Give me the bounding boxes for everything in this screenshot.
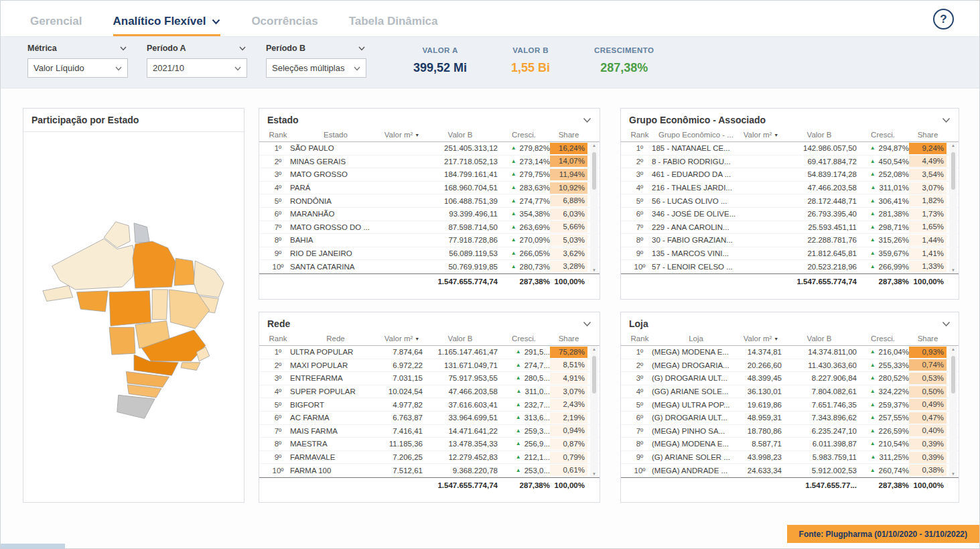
table-row[interactable]: 7º(MEGA) PINHO SA...18.780,866.235.247,1… (621, 425, 959, 438)
scroll-up-icon[interactable]: ▲ (592, 347, 596, 351)
column-header[interactable]: Valor B (423, 131, 498, 139)
table-row[interactable]: 8º30 - FABIO GRAZIAN...22.288.781,76▲315… (621, 234, 959, 247)
table-row[interactable]: 9ºFARMAVALE7.206,2512.279.452,83▲212,1..… (259, 451, 600, 465)
chevron-down-icon[interactable] (358, 44, 365, 53)
table-row[interactable]: 6º346 - JOSÉ DE OLIVE...26.793.395,40▲28… (621, 208, 959, 221)
scroll-down-icon[interactable]: ▼ (951, 268, 955, 272)
column-header[interactable]: Share (909, 334, 947, 343)
table-row[interactable]: 6ºAC FARMA6.763,8733.964.699,51▲313,6...… (259, 412, 600, 425)
scroll-up-icon[interactable]: ▲ (951, 143, 955, 147)
valor-m2-cell: 4.977,82 (381, 401, 423, 409)
scroll-down-icon[interactable]: ▼ (592, 472, 596, 476)
brazil-choropleth-map[interactable] (36, 218, 232, 426)
column-header[interactable]: Cresci. (498, 334, 550, 343)
scroll-up-icon[interactable]: ▲ (592, 143, 596, 147)
chevron-down-icon[interactable] (583, 117, 591, 123)
column-header[interactable]: Share (550, 334, 587, 343)
table-row[interactable]: 8ºMAESTRA11.185,3613.478.354,33▲256,9...… (259, 438, 600, 451)
tab-gerencial[interactable]: Gerencial (30, 15, 82, 36)
column-header[interactable]: Grupo Econômico - ... (652, 131, 740, 139)
table-row[interactable]: 5º56 - LUCAS OLIVO ...28.172.448,71▲306,… (621, 194, 959, 208)
column-header[interactable]: Valor B (782, 334, 857, 343)
table-row[interactable]: 10º(MEGA) ANDRADE ...24.633,345.912.002,… (621, 464, 959, 477)
vertical-scrollbar[interactable]: ▲ ▼ (949, 346, 957, 477)
table-row[interactable]: 2º8 - FABIO RODRIGU...69.417.884,72▲450,… (621, 156, 959, 169)
table-row[interactable]: 6ºMARANHÃO93.399.496,11▲354,38%6,03% (259, 208, 600, 221)
table-row[interactable]: 1º185 - NATANAEL CE...142.986.057,50▲294… (621, 142, 959, 156)
table-row[interactable]: 2ºMINAS GERAIS217.718.052,13▲273,14%14,0… (259, 156, 600, 169)
scrollbar-thumb[interactable] (951, 152, 955, 190)
table-row[interactable]: 5º(MEGA) ULTRA POP...19.619,867.651.746,… (621, 398, 959, 412)
table-row[interactable]: 8ºBAHIA77.918.728,86▲270,09%5,03% (259, 234, 600, 247)
table-row[interactable]: 2ºMAXI POPULAR6.972,22131.671.049,71▲274… (259, 359, 600, 373)
column-header[interactable]: Valor B (782, 131, 857, 139)
column-header[interactable]: Rede (290, 334, 381, 343)
table-row[interactable]: 3ºMATO GROSSO184.799.161,41▲279,75%11,94… (259, 168, 600, 182)
table-row[interactable]: 7º229 - ANA CAROLIN...25.593.451,11▲298,… (621, 221, 959, 235)
column-header[interactable]: Loja (652, 334, 740, 343)
column-header[interactable]: Valor m²▼ (740, 334, 782, 343)
periodo-b-dropdown[interactable]: Seleções múltiplas (266, 58, 366, 78)
table-row[interactable]: 4ºPARÁ168.960.704,51▲283,63%10,92% (259, 182, 600, 195)
table-row[interactable]: 8º(MEGA) MODENA E...8.587,716.011.398,87… (621, 438, 959, 451)
column-header[interactable]: Cresci. (857, 131, 909, 139)
vertical-scrollbar[interactable]: ▲ ▼ (590, 142, 598, 273)
table-row[interactable]: 9º135 - MARCOS VINI...21.812.645,81▲359,… (621, 247, 959, 261)
vertical-scrollbar[interactable]: ▲ ▼ (590, 346, 598, 477)
column-header[interactable]: Rank (628, 131, 652, 139)
scrollbar-thumb[interactable] (951, 356, 955, 393)
periodo-a-dropdown[interactable]: 2021/10 (147, 58, 247, 78)
table-row[interactable]: 10º57 - LENOIR CELSO ...20.523.218,96▲26… (621, 260, 959, 273)
table-row[interactable]: 3º461 - EDUARDO DA ...54.839.174,28▲252,… (621, 168, 959, 182)
chevron-down-icon[interactable] (942, 117, 951, 123)
chevron-down-icon[interactable] (583, 321, 591, 327)
table-row[interactable]: 4º(GG) ARIANE SOLE...36.130,017.804.082,… (621, 385, 959, 399)
table-row[interactable]: 1ºULTRA POPULAR7.874,641.165.147.461,47▲… (259, 346, 600, 359)
column-header[interactable]: Share (550, 131, 587, 139)
column-header[interactable]: Estado (290, 131, 381, 139)
name-cell: (MEGA) PINHO SA... (652, 427, 740, 435)
scrollbar-thumb[interactable] (592, 356, 596, 393)
table-row[interactable]: 7ºMAIS FARMA7.416,4114.471.641,22▲259,3.… (259, 425, 600, 438)
tab-tabela-dinamica[interactable]: Tabela Dinâmica (349, 15, 438, 36)
chevron-down-icon[interactable] (942, 321, 951, 327)
chevron-down-icon[interactable] (120, 44, 127, 53)
table-row[interactable]: 1º(MEGA) MODENA E...14.374,8114.374.811,… (621, 346, 959, 359)
column-header[interactable]: Cresci. (498, 131, 550, 139)
column-header[interactable]: Rank (266, 131, 290, 139)
column-header[interactable]: Share (909, 131, 947, 139)
horizontal-scrollbar[interactable] (1, 544, 979, 548)
table-row[interactable]: 9º(G) ARIANE SOLER ...43.998,235.983.759… (621, 451, 959, 465)
table-row[interactable]: 3º(G) DROGARIA ULT...48.399,458.227.906,… (621, 372, 959, 385)
column-header[interactable]: Valor m²▼ (381, 131, 423, 139)
column-header[interactable]: Valor B (423, 334, 498, 343)
help-button[interactable]: ? (933, 9, 954, 29)
column-header[interactable]: Valor m²▼ (381, 334, 423, 343)
chevron-down-icon[interactable] (239, 44, 246, 53)
vertical-scrollbar[interactable]: ▲ ▼ (949, 142, 957, 273)
scroll-down-icon[interactable]: ▼ (592, 268, 596, 272)
column-header[interactable]: Rank (628, 334, 652, 343)
table-row[interactable]: 10ºSANTA CATARINA50.769.919,85▲280,73%3,… (259, 260, 600, 273)
table-row[interactable]: 5ºRONDÔNIA106.488.751,39▲274,77%6,88% (259, 194, 600, 208)
tab-analitico-flexivel[interactable]: Analítico Flexível (113, 15, 221, 36)
scrollbar-thumb[interactable] (592, 152, 596, 190)
horizontal-scrollbar-thumb[interactable] (1, 544, 65, 548)
column-header[interactable]: Rank (266, 334, 290, 343)
table-row[interactable]: 6º(G) DROGARIA ULT...48.959,317.343.896,… (621, 412, 959, 425)
tab-ocorrencias[interactable]: Ocorrências (251, 15, 318, 36)
table-row[interactable]: 3ºENTREFARMA7.031,1575.917.953,55▲280,5.… (259, 372, 600, 385)
table-row[interactable]: 9ºRIO DE JANEIRO56.089.119,53▲266,05%3,6… (259, 247, 600, 261)
column-header[interactable]: Valor m²▼ (740, 131, 782, 139)
table-row[interactable]: 5ºBIGFORT4.977,8237.616.603,41▲232,7...2… (259, 398, 600, 412)
table-row[interactable]: 4ºSUPER POPULAR10.024,5447.466.203,58▲31… (259, 385, 600, 399)
table-row[interactable]: 4º216 - THALES JARDI...47.466.203,58▲311… (621, 182, 959, 195)
scroll-down-icon[interactable]: ▼ (951, 472, 955, 476)
scroll-up-icon[interactable]: ▲ (951, 347, 955, 351)
column-header[interactable]: Cresci. (857, 334, 909, 343)
table-row[interactable]: 1ºSÃO PAULO251.405.313,12▲279,82%16,24% (259, 142, 600, 156)
table-row[interactable]: 2º(MEGA) DROGARIA...20.266,6011.430.363,… (621, 359, 959, 373)
metrica-dropdown[interactable]: Valor Líquido (27, 58, 128, 78)
table-row[interactable]: 10ºFARMA 1007.512,619.368.220,78▲253,0..… (259, 464, 600, 477)
table-row[interactable]: 7ºMATO GROSSO DO ...87.598.714,50▲263,69… (259, 221, 600, 235)
